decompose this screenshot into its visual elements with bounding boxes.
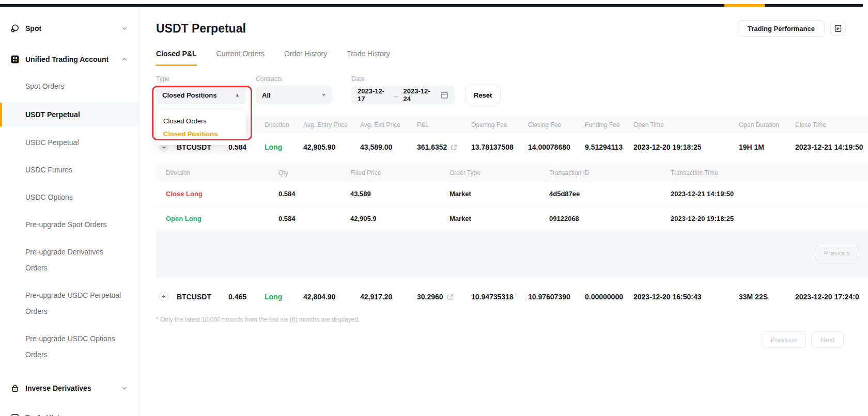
tools-history-icon: [10, 413, 20, 416]
sidebar-item-usdc-perpetual[interactable]: USDC Perpetual: [0, 135, 139, 151]
subcol-filled-price: Filled Price: [350, 169, 450, 177]
top-browser-bar: [0, 4, 863, 7]
sidebar-item-label: Tools History: [25, 414, 121, 416]
sidebar-item-pre-upgrade-usdc-perpetual-orders[interactable]: Pre-upgrade USDC Perpetual Orders: [0, 287, 130, 319]
cell-pnl: 30.2960: [417, 293, 443, 301]
type-filter-label: Type: [156, 75, 246, 83]
sidebar-item-spot-orders[interactable]: Spot Orders: [0, 78, 139, 94]
subcol-transaction-id: Transaction ID: [549, 169, 671, 177]
trading-performance-button[interactable]: Trading Performance: [738, 20, 825, 37]
unified-trading-account-icon: [10, 55, 20, 64]
subcol-transaction-time: Transaction Time: [671, 169, 868, 177]
date-filter: Date 2023-12-17 → 2023-12-24: [351, 75, 455, 104]
col-funding-fee: Funding Fee: [585, 121, 633, 129]
tab-bar: Closed P&L Current Orders Order History …: [156, 50, 868, 66]
subcell-order-type: Market: [450, 215, 549, 222]
sidebar-item-pre-upgrade-usdc-options-orders[interactable]: Pre-upgrade USDC Options Orders: [0, 331, 124, 363]
cell-closing-fee: 10.97607390: [528, 293, 585, 301]
type-select[interactable]: Closed Positions ▲: [156, 86, 246, 104]
subcell-transaction-id: 09122068: [549, 215, 671, 222]
sidebar: Spot Unified Trading Account Spot Orders…: [0, 7, 140, 416]
expand-row-icon[interactable]: +: [159, 292, 168, 301]
sidebar-item-unified-trading-account[interactable]: Unified Trading Account: [0, 52, 139, 67]
subcol-qty: Qty: [278, 169, 350, 177]
cell-qty: 0.465: [228, 293, 265, 301]
calendar-icon: [440, 91, 448, 99]
subcell-qty: 0.584: [278, 190, 350, 198]
sidebar-item-tools-history[interactable]: Tools History: [0, 410, 139, 416]
chevron-down-icon: [121, 386, 128, 390]
tab-trade-history[interactable]: Trade History: [347, 50, 390, 66]
subcell-direction: Open Long: [166, 215, 278, 222]
col-avg-entry-price: Avg. Entry Price: [303, 121, 360, 129]
date-filter-label: Date: [351, 75, 455, 83]
sidebar-item-inverse-derivatives[interactable]: Inverse Derivatives: [0, 380, 139, 396]
table-row: + BTCUSDT 0.465 Long 42,804.90 42,917.20…: [156, 283, 868, 311]
share-pnl-icon[interactable]: [451, 144, 457, 151]
subtable-pagination: Previous Next: [156, 231, 868, 278]
cell-funding-fee: 0.00000000: [585, 293, 633, 301]
cell-contracts: BTCUSDT: [177, 293, 228, 301]
reset-button[interactable]: Reset: [465, 86, 501, 104]
cell-pnl: 361.6352: [417, 143, 447, 151]
cell-opening-fee: 13.78137508: [471, 143, 528, 151]
col-open-duration: Open Duration: [739, 121, 795, 129]
spot-icon: [10, 24, 20, 33]
page-header: USDT Perpetual Trading Performance: [156, 20, 868, 37]
caret-up-icon: ▲: [235, 92, 240, 98]
next-page-button[interactable]: Next: [811, 331, 844, 348]
app-root: Spot Unified Trading Account Spot Orders…: [0, 7, 868, 416]
table-header: Direction Avg. Entry Price Avg. Exit Pri…: [156, 116, 868, 133]
caret-down-icon: ▼: [321, 92, 326, 98]
subtable-header: Direction Qty Filled Price Order Type Tr…: [156, 164, 868, 182]
date-start-value: 2023-12-17: [358, 87, 389, 103]
sidebar-item-usdt-perpetual[interactable]: USDT Perpetual: [0, 103, 139, 126]
subcell-filled-price: 43,589: [350, 190, 450, 198]
subcell-transaction-id: 4d5d87ee: [549, 190, 671, 198]
cell-open-time: 2023-12-20 19:18:25: [633, 143, 739, 151]
share-pnl-icon[interactable]: [447, 294, 454, 300]
cell-close-time: 2023-12-20 17:24:0: [795, 293, 868, 301]
date-end-value: 2023-12-24: [404, 87, 435, 103]
cell-open-duration: 33M 22S: [739, 293, 795, 301]
header-actions: Trading Performance: [738, 20, 846, 37]
col-close-time: Close Time: [795, 121, 868, 129]
subcell-transaction-time: 2023-12-21 14:19:50: [671, 190, 868, 198]
subtable-row: Close Long 0.584 43,589 Market 4d5d87ee …: [156, 182, 868, 206]
menu-item-closed-orders[interactable]: Closed Orders: [156, 115, 246, 127]
contracts-select[interactable]: All ▼: [256, 86, 332, 104]
tab-current-orders[interactable]: Current Orders: [216, 50, 265, 66]
table-pagination: Previous Next: [156, 331, 868, 348]
col-avg-exit-price: Avg. Exit Price: [360, 121, 417, 129]
menu-item-closed-positions[interactable]: Closed Positions: [156, 127, 246, 140]
cell-close-time: 2023-12-21 14:19:50: [795, 143, 868, 151]
sidebar-item-spot[interactable]: Spot: [0, 21, 139, 36]
type-select-value: Closed Positions: [162, 91, 216, 99]
sidebar-item-usdc-futures[interactable]: USDC Futures: [0, 162, 139, 178]
subcell-direction: Close Long: [166, 190, 278, 198]
date-range-picker[interactable]: 2023-12-17 → 2023-12-24: [351, 86, 455, 104]
table-row: − BTCUSDT 0.584 Long 42,905.90 43,589.00…: [156, 133, 868, 161]
type-dropdown-menu: Closed Orders Closed Positions: [156, 110, 246, 145]
subcell-order-type: Market: [450, 190, 549, 198]
report-icon-button[interactable]: [830, 21, 846, 36]
main-content: USDT Perpetual Trading Performance Close…: [140, 7, 868, 416]
sidebar-item-pre-upgrade-derivatives-orders[interactable]: Pre-upgrade Derivatives Orders: [0, 244, 119, 276]
tab-order-history[interactable]: Order History: [284, 50, 327, 66]
top-bar-accent: [724, 4, 765, 7]
cell-avg-exit: 43,589.00: [360, 143, 417, 151]
chevron-down-icon: [121, 26, 128, 30]
col-pnl: P&L: [417, 121, 471, 129]
tab-closed-pnl[interactable]: Closed P&L: [156, 50, 197, 66]
sidebar-item-usdc-options[interactable]: USDC Options: [0, 189, 139, 205]
subtable-row: Open Long 0.584 42,905.9 Market 09122068…: [156, 206, 868, 231]
sidebar-item-pre-upgrade-spot-orders[interactable]: Pre-upgrade Spot Orders: [0, 217, 139, 233]
page-title: USDT Perpetual: [156, 22, 246, 36]
col-direction: Direction: [265, 121, 303, 129]
cell-closing-fee: 14.00078680: [528, 143, 585, 151]
col-open-time: Open Time: [633, 121, 739, 129]
subcell-filled-price: 42,905.9: [350, 215, 450, 222]
subtable-previous-button[interactable]: Previous: [815, 245, 860, 261]
type-filter: Type Closed Positions ▲: [156, 75, 246, 104]
previous-page-button[interactable]: Previous: [762, 331, 807, 348]
